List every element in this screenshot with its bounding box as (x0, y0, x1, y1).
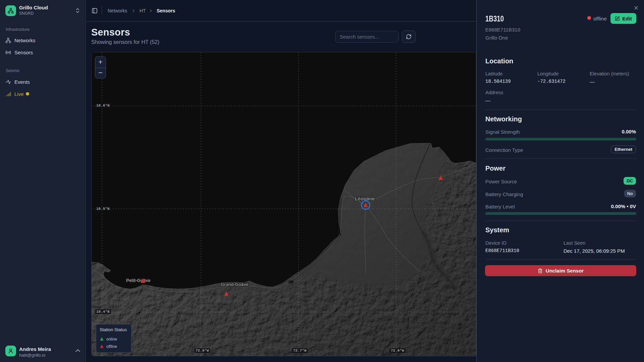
svg-text:Grand-Goâve: Grand-Goâve (221, 282, 248, 287)
svg-text:Petit-Goâve: Petit-Goâve (126, 278, 150, 283)
